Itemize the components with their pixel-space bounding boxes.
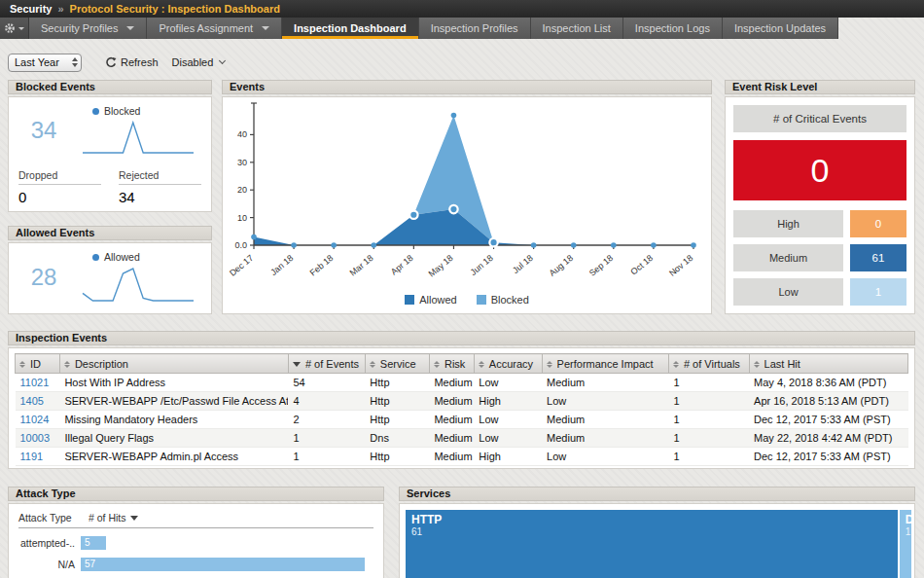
tab-inspection-list[interactable]: Inspection List <box>531 18 623 39</box>
cell-risk: Medium <box>429 429 474 448</box>
cell-last_hit: Apr 16, 2018 5:13 AM (PDT) <box>749 392 907 411</box>
column-header-service[interactable]: Service <box>365 354 429 374</box>
column-header-performance-impact[interactable]: Performance Impact <box>542 354 668 374</box>
cell-description: Host With IP Address <box>59 374 288 392</box>
inspection-events-table: IDDescription# of EventsServiceRiskAccur… <box>15 353 908 466</box>
chevron-down-icon <box>18 27 24 30</box>
attack-bar-row: attempted-..5 <box>18 536 373 550</box>
risk-level-rows: High0Medium61Low1 <box>733 210 906 306</box>
risk-label: High <box>733 210 843 237</box>
events-area-chart: 0.010203040Dec 17Jan 18Feb 18Mar 18Apr 1… <box>223 97 709 290</box>
svg-text:Jul 18: Jul 18 <box>511 253 535 275</box>
column-header-id[interactable]: ID <box>16 354 60 374</box>
column-header-label: Performance Impact <box>557 358 654 370</box>
cell-virtuals: 1 <box>668 429 749 448</box>
cell-virtuals: 1 <box>668 374 749 392</box>
inspection-events-title: Inspection Events <box>8 331 915 345</box>
column-header-label: Risk <box>444 358 465 370</box>
cell-events: 4 <box>288 392 365 411</box>
attack-bar[interactable]: 5 <box>81 536 106 550</box>
breadcrumb-section[interactable]: Security <box>10 3 52 15</box>
service-block-http[interactable]: HTTP61 <box>406 510 898 578</box>
cell-service: Http <box>365 374 429 392</box>
cell-virtuals: 1 <box>668 411 749 429</box>
risk-label: Low <box>733 278 843 306</box>
attack-type-title: Attack Type <box>8 487 384 501</box>
event-id-link[interactable]: 1405 <box>20 395 44 407</box>
column-header-label: Last Hit <box>764 358 800 370</box>
allowed-events-total: 28 <box>9 243 79 311</box>
svg-text:10: 10 <box>237 213 247 223</box>
service-name: HTTP <box>411 513 892 526</box>
svg-text:Apr 18: Apr 18 <box>389 253 415 277</box>
hits-column-label: # of Hits <box>89 512 126 524</box>
legend-swatch-icon <box>477 295 486 305</box>
cell-id: 11024 <box>16 411 60 429</box>
services-panel: Services HTTP61DNS1 <box>399 487 915 578</box>
column-header-of-events[interactable]: # of Events <box>288 354 365 374</box>
nav-tabbar: Security ProfilesProfiles AssignmentInsp… <box>0 18 924 39</box>
svg-text:Sep 18: Sep 18 <box>587 253 615 278</box>
refresh-button[interactable]: Refresh <box>105 56 159 68</box>
tab-profiles-assignment[interactable]: Profiles Assignment <box>147 18 282 39</box>
column-header-of-virtuals[interactable]: # of Virtuals <box>668 354 749 374</box>
cell-risk: Medium <box>429 411 474 429</box>
settings-gear-tab[interactable] <box>0 18 29 39</box>
svg-text:Dec 17: Dec 17 <box>228 253 255 278</box>
risk-row-high: High0 <box>733 210 906 237</box>
allowed-sparkline-chart <box>79 263 197 307</box>
cell-last_hit: Dec 12, 2017 5:33 AM (PST) <box>749 448 907 466</box>
legend-label: Allowed <box>419 294 457 306</box>
cell-id: 11021 <box>16 374 60 392</box>
refresh-icon <box>105 56 117 68</box>
critical-events-value: 0 <box>733 140 906 200</box>
tab-label: Inspection List <box>543 18 611 39</box>
tab-security-profiles[interactable]: Security Profiles <box>29 18 147 39</box>
attack-bar-row: N/A57 <box>18 558 373 571</box>
tab-label: Inspection Dashboard <box>294 18 407 39</box>
cell-events: 1 <box>288 448 365 466</box>
allowed-legend-label: Allowed <box>104 251 140 263</box>
events-title: Events <box>222 80 712 94</box>
event-id-link[interactable]: 10003 <box>20 432 51 444</box>
legend-label: Blocked <box>491 294 529 306</box>
sort-icon <box>19 361 25 368</box>
tab-inspection-updates[interactable]: Inspection Updates <box>723 18 838 39</box>
column-header-description[interactable]: Description <box>59 354 288 374</box>
blocked-legend-label: Blocked <box>104 105 140 117</box>
auto-refresh-dropdown[interactable]: Disabled <box>172 56 226 68</box>
tab-inspection-logs[interactable]: Inspection Logs <box>623 18 723 39</box>
table-row: 10003Illegal Query Flags1DnsMediumLowMed… <box>16 429 908 448</box>
cell-id: 10003 <box>16 429 60 448</box>
column-header-label: Description <box>75 358 128 370</box>
event-id-link[interactable]: 11021 <box>20 377 50 388</box>
column-header-risk[interactable]: Risk <box>429 354 474 374</box>
event-id-link[interactable]: 1191 <box>20 451 44 462</box>
attack-type-column-label: Attack Type <box>18 512 89 524</box>
svg-text:Oct 18: Oct 18 <box>628 253 655 277</box>
attack-bar[interactable]: 57 <box>81 558 365 571</box>
event-id-link[interactable]: 11024 <box>20 414 50 425</box>
column-header-last-hit[interactable]: Last Hit <box>749 354 907 374</box>
column-header-label: # of Events <box>305 358 359 370</box>
cell-accuracy: Low <box>474 411 542 429</box>
cell-description: Illegal Query Flags <box>59 429 288 448</box>
legend-item-allowed: Allowed <box>405 294 457 306</box>
svg-text:30: 30 <box>237 158 247 167</box>
sort-icon <box>479 361 484 368</box>
risk-value-badge: 1 <box>850 278 906 306</box>
tab-inspection-profiles[interactable]: Inspection Profiles <box>419 18 531 39</box>
svg-text:May 18: May 18 <box>427 253 455 279</box>
sort-icon <box>370 361 375 368</box>
auto-refresh-value: Disabled <box>172 56 214 68</box>
svg-text:20: 20 <box>237 185 247 195</box>
rejected-label: Rejected <box>119 169 201 185</box>
service-block-dns[interactable]: DNS1 <box>900 510 911 578</box>
sort-desc-icon <box>130 516 138 521</box>
time-range-select[interactable]: Last Year <box>8 54 82 72</box>
hits-column-sort[interactable]: # of Hits <box>89 512 138 524</box>
column-header-accuracy[interactable]: Accuracy <box>474 354 542 374</box>
legend-item-blocked: Blocked <box>477 294 529 306</box>
tab-inspection-dashboard[interactable]: Inspection Dashboard <box>282 18 419 39</box>
nav-tabs: Security ProfilesProfiles AssignmentInsp… <box>29 18 838 39</box>
